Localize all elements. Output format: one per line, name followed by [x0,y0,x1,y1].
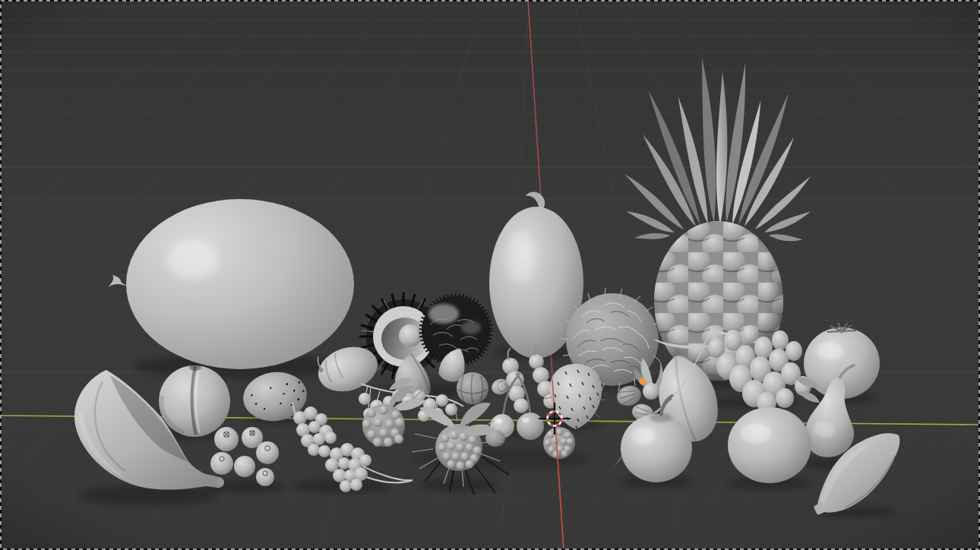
viewport-3d[interactable] [0,0,980,550]
orange-model[interactable] [728,407,811,483]
object-origin-marker[interactable] [640,378,646,385]
walnut-model[interactable] [457,372,488,404]
raspberry-model-center[interactable] [543,427,575,459]
